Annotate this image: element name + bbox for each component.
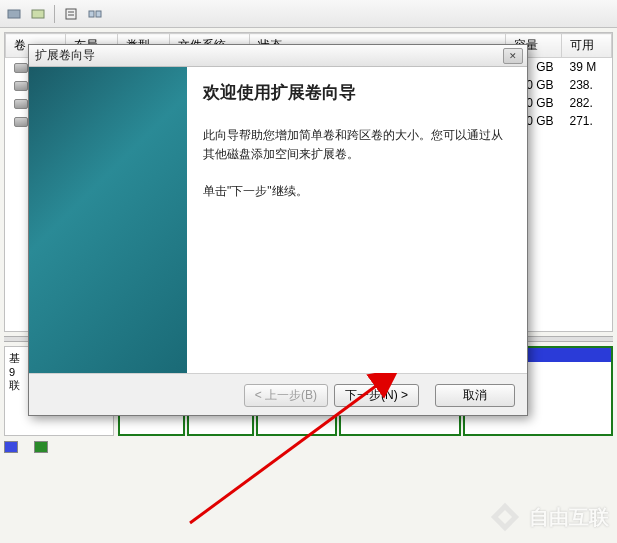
wizard-para-1: 此向导帮助您增加简单卷和跨区卷的大小。您可以通过从其他磁盘添加空间来扩展卷。 [203,126,511,164]
back-button: < 上一步(B) [244,384,328,407]
volume-icon [14,99,28,109]
wizard-side-banner [29,67,187,373]
wizard-main-panel: 欢迎使用扩展卷向导 此向导帮助您增加简单卷和跨区卷的大小。您可以通过从其他磁盘添… [187,67,527,373]
legend [4,440,613,453]
volume-icon [14,81,28,91]
cell-free: 271. [562,112,612,130]
next-button[interactable]: 下一步(N) > [334,384,419,407]
toolbar [0,0,617,28]
toolbar-icon-4[interactable] [85,4,105,24]
cell-free: 238. [562,76,612,94]
watermark: 自由互联 [487,499,609,535]
wizard-heading: 欢迎使用扩展卷向导 [203,81,511,104]
svg-rect-0 [8,10,20,18]
toolbar-icon-3[interactable] [61,4,81,24]
close-button[interactable]: ✕ [503,48,523,64]
svg-rect-2 [66,9,76,19]
watermark-text: 自由互联 [529,504,609,531]
col-free[interactable]: 可用 [562,34,612,58]
svg-rect-1 [32,10,44,18]
extend-volume-wizard-dialog: 扩展卷向导 ✕ 欢迎使用扩展卷向导 此向导帮助您增加简单卷和跨区卷的大小。您可以… [28,44,528,416]
cell-free: 282. [562,94,612,112]
dialog-body: 欢迎使用扩展卷向导 此向导帮助您增加简单卷和跨区卷的大小。您可以通过从其他磁盘添… [29,67,527,373]
svg-rect-5 [89,11,94,17]
watermark-logo-icon [487,499,523,535]
toolbar-divider [54,5,55,23]
wizard-para-2: 单击"下一步"继续。 [203,182,511,201]
dialog-titlebar[interactable]: 扩展卷向导 ✕ [29,45,527,67]
svg-rect-6 [96,11,101,17]
toolbar-icon-2[interactable] [28,4,48,24]
volume-icon [14,63,28,73]
toolbar-icon-1[interactable] [4,4,24,24]
cancel-button[interactable]: 取消 [435,384,515,407]
dialog-title-text: 扩展卷向导 [35,47,95,64]
volume-icon [14,117,28,127]
close-icon: ✕ [509,51,517,61]
cell-free: 39 M [562,58,612,77]
dialog-button-row: < 上一步(B) 下一步(N) > 取消 [29,373,527,417]
